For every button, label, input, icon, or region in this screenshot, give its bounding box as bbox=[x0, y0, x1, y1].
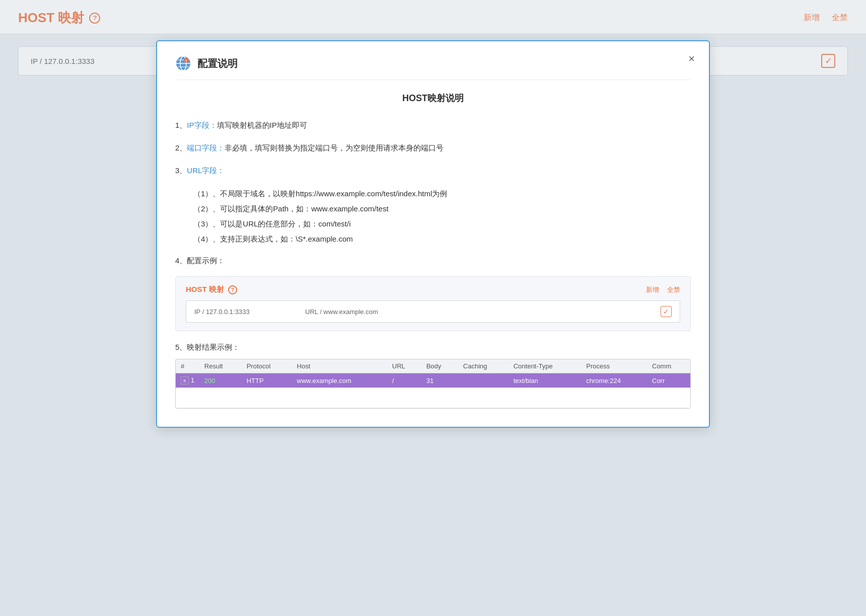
modal-body-title: HOST映射说明 bbox=[175, 92, 691, 104]
example-url: URL / www.example.com bbox=[305, 308, 661, 316]
result-table-wrap: # Result Protocol Host URL Body Caching … bbox=[175, 359, 691, 409]
modal-header: ! 配置说明 × bbox=[175, 55, 691, 80]
th-caching: Caching bbox=[458, 359, 509, 373]
td-comm: Corr bbox=[647, 373, 690, 388]
example-checkbox[interactable]: ✓ bbox=[661, 306, 672, 317]
example-disable-all-button[interactable]: 全禁 bbox=[667, 285, 680, 294]
example-help-icon[interactable]: ? bbox=[228, 285, 237, 294]
doc-section-1: 1、IP字段：填写映射机器的IP地址即可 bbox=[175, 118, 691, 132]
td-host: www.example.com bbox=[292, 373, 387, 388]
th-content-type: Content-Type bbox=[509, 359, 582, 373]
doc-section-2: 2、端口字段：非必填，填写则替换为指定端口号，为空则使用请求本身的端口号 bbox=[175, 141, 691, 155]
main-content: IP / 127.0.0.1:3333 URL / www.example.co… bbox=[0, 34, 866, 100]
th-result: Result bbox=[199, 359, 242, 373]
table-header-row: # Result Protocol Host URL Body Caching … bbox=[176, 359, 690, 373]
result-table: # Result Protocol Host URL Body Caching … bbox=[176, 359, 690, 408]
th-host: Host bbox=[292, 359, 387, 373]
td-process: chrome:224 bbox=[581, 373, 647, 388]
td-icon: ≡ 1 bbox=[176, 373, 199, 388]
modal-dialog: ! 配置说明 × HOST映射说明 1、IP字段：填写映射机器的IP地址即可 2… bbox=[156, 40, 710, 428]
doc-section-3: 3、URL字段： bbox=[175, 164, 691, 177]
th-body: Body bbox=[421, 359, 458, 373]
th-comm: Comm bbox=[647, 359, 690, 373]
example-box: HOST 映射 ? 新增 全禁 IP / 127.0.0.1:3333 URL … bbox=[175, 276, 691, 331]
th-hash: # bbox=[176, 359, 199, 373]
table-row[interactable]: ≡ 1 200 HTTP www.example.com / 31 text/b… bbox=[176, 373, 690, 388]
modal-title: 配置说明 bbox=[197, 57, 238, 70]
example-row: IP / 127.0.0.1:3333 URL / www.example.co… bbox=[186, 300, 680, 323]
modal-overlay: ! 配置说明 × HOST映射说明 1、IP字段：填写映射机器的IP地址即可 2… bbox=[0, 0, 866, 616]
th-protocol: Protocol bbox=[242, 359, 292, 373]
svg-text:!: ! bbox=[186, 59, 187, 63]
table-empty-row bbox=[176, 388, 690, 408]
td-body: 31 bbox=[421, 373, 458, 388]
doc-section-4: 4、配置示例： bbox=[175, 254, 691, 267]
row-icon: ≡ bbox=[181, 376, 189, 384]
td-protocol: HTTP bbox=[242, 373, 292, 388]
td-result: 200 bbox=[199, 373, 242, 388]
example-ip: IP / 127.0.0.1:3333 bbox=[194, 308, 305, 316]
modal-icon: ! bbox=[175, 55, 191, 71]
th-process: Process bbox=[581, 359, 647, 373]
doc-section-5: 5、映射结果示例： bbox=[175, 340, 691, 354]
example-actions: 新增 全禁 bbox=[646, 285, 680, 294]
example-header: HOST 映射 ? 新增 全禁 bbox=[186, 285, 680, 294]
doc-sub-3: （1）、不局限于域名，以映射https://www.example.com/te… bbox=[193, 186, 691, 247]
modal-close-button[interactable]: × bbox=[688, 52, 695, 65]
td-caching bbox=[458, 373, 509, 388]
th-url: URL bbox=[387, 359, 421, 373]
td-url: / bbox=[387, 373, 421, 388]
example-add-button[interactable]: 新增 bbox=[646, 285, 659, 294]
example-title: HOST 映射 ? bbox=[186, 285, 237, 294]
td-content-type: text/blan bbox=[509, 373, 582, 388]
